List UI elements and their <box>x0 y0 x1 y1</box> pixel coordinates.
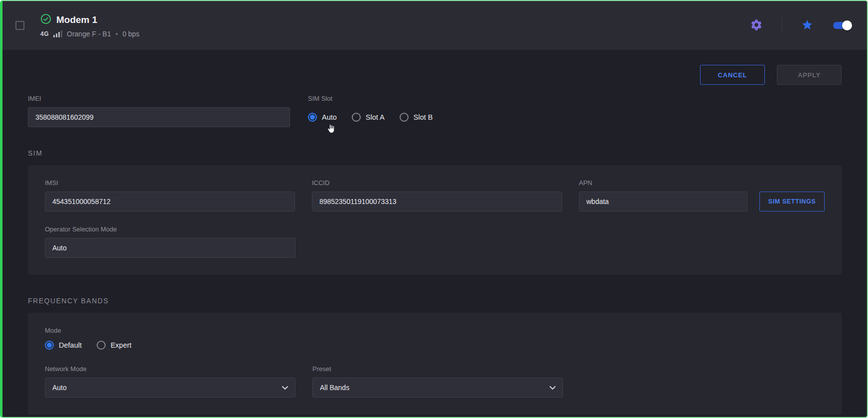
modem-enable-toggle[interactable] <box>832 20 852 30</box>
modem-header: Modem 1 4G Orange F - B1 • 0 bps <box>2 1 867 50</box>
separator-dot: • <box>116 30 118 38</box>
apn-field: APN <box>579 179 747 211</box>
sim-slot-option-slot-a[interactable]: Slot A <box>352 113 385 122</box>
form-actions: CANCEL APPLY <box>28 65 842 85</box>
header-divider <box>782 18 782 33</box>
preset-value: All Bands <box>320 384 349 392</box>
settings-button[interactable] <box>748 16 765 35</box>
mode-options: Default Expert <box>45 339 825 351</box>
sim-slot-label: SIM Slot <box>308 95 433 102</box>
sim-section-title: SIM <box>28 149 842 157</box>
frequency-bands-panel: Mode Default Expert Network Mode <box>28 313 842 415</box>
preset-select[interactable]: All Bands <box>312 378 563 398</box>
sim-panel-row-1: IMSI ICCID APN SIM SETTINGS <box>45 179 825 211</box>
sim-settings-col: SIM SETTINGS <box>759 192 825 211</box>
sim-panel: IMSI ICCID APN SIM SETTINGS Operator Sel… <box>28 165 842 275</box>
network-mode-value: Auto <box>52 384 67 392</box>
apply-button[interactable]: APPLY <box>777 65 842 85</box>
imsi-input[interactable] <box>45 192 295 211</box>
apn-input[interactable] <box>579 192 747 211</box>
modem-settings-content: CANCEL APPLY IMEI SIM Slot Auto Slot A <box>2 50 867 415</box>
sim-slot-option-label: Auto <box>322 113 337 121</box>
select-modem-checkbox[interactable] <box>15 21 24 30</box>
modem-title: Modem 1 <box>56 14 97 25</box>
gear-icon <box>750 18 763 33</box>
iccid-field: ICCID <box>312 179 562 211</box>
cancel-button[interactable]: CANCEL <box>700 65 765 85</box>
network-type-label: 4G <box>40 30 49 37</box>
imei-field: IMEI <box>28 95 290 127</box>
operator-selection-input[interactable] <box>45 238 295 258</box>
radio-selected-icon <box>45 341 54 350</box>
network-mode-field: Network Mode Auto <box>45 365 295 398</box>
frequency-bands-section-title: FREQUENCY BANDS <box>28 297 842 305</box>
apn-label: APN <box>579 179 747 187</box>
radio-icon <box>400 113 409 122</box>
sim-slot-option-label: Slot A <box>366 113 385 121</box>
header-actions <box>748 16 852 35</box>
preset-field: Preset All Bands <box>312 365 563 398</box>
imei-label: IMEI <box>28 95 290 102</box>
imsi-field: IMSI <box>45 179 295 211</box>
cursor-icon <box>326 124 336 136</box>
star-icon <box>801 19 813 32</box>
network-mode-select[interactable]: Auto <box>45 378 295 398</box>
status-ok-icon <box>40 13 51 26</box>
imei-simslot-row: IMEI SIM Slot Auto Slot A Slot <box>28 95 842 127</box>
mode-group: Mode Default Expert <box>45 327 825 351</box>
mode-option-expert[interactable]: Expert <box>97 341 132 350</box>
imsi-label: IMSI <box>45 179 295 187</box>
network-mode-label: Network Mode <box>45 365 295 373</box>
mode-option-default[interactable]: Default <box>45 341 82 350</box>
sim-slot-group: SIM Slot Auto Slot A Slot B <box>308 95 433 127</box>
modem-identity: Modem 1 4G Orange F - B1 • 0 bps <box>40 13 140 38</box>
mode-option-label: Expert <box>111 341 132 349</box>
toggle-knob <box>842 20 852 30</box>
mode-option-label: Default <box>59 341 82 349</box>
iccid-label: ICCID <box>312 179 562 187</box>
sim-slot-option-label: Slot B <box>414 113 433 121</box>
carrier-label: Orange F - B1 <box>67 30 111 38</box>
modem-config-page: Modem 1 4G Orange F - B1 • 0 bps <box>0 0 868 418</box>
radio-selected-icon <box>308 113 317 122</box>
sim-settings-button[interactable]: SIM SETTINGS <box>759 192 825 211</box>
operator-selection-field: Operator Selection Mode <box>45 225 295 258</box>
throughput-label: 0 bps <box>123 30 140 38</box>
chevron-down-icon <box>550 383 556 392</box>
radio-icon <box>352 113 361 122</box>
favorite-button[interactable] <box>799 17 815 34</box>
imei-input[interactable] <box>28 107 290 127</box>
sim-slot-option-auto[interactable]: Auto <box>308 113 337 122</box>
radio-icon <box>97 341 106 350</box>
signal-strength-icon <box>53 30 62 37</box>
operator-selection-label: Operator Selection Mode <box>45 225 295 233</box>
mode-label: Mode <box>45 327 825 334</box>
frequency-selects-row: Network Mode Auto Preset All Bands <box>45 365 825 398</box>
preset-label: Preset <box>312 365 563 373</box>
sim-slot-option-slot-b[interactable]: Slot B <box>400 113 433 122</box>
iccid-input[interactable] <box>312 192 562 211</box>
chevron-down-icon <box>282 383 288 392</box>
